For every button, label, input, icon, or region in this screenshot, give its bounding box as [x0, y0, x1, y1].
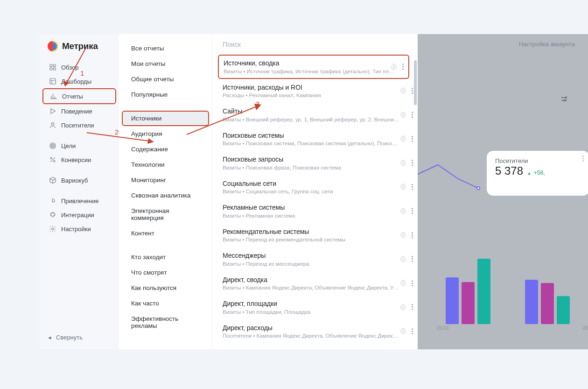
globe-icon[interactable] [399, 183, 407, 191]
dots-icon[interactable] [412, 208, 413, 214]
category-item[interactable]: Популярные [122, 87, 209, 102]
nav-acquisition[interactable]: Привлечение [42, 194, 116, 208]
nav-settings[interactable]: Настройки [42, 222, 116, 236]
collapse-label: Свернуть [56, 334, 83, 341]
dots-icon[interactable] [412, 112, 413, 118]
category-item[interactable]: Все отчеты [122, 41, 209, 56]
report-item[interactable]: Мессенджеры Визиты • Переход из мессендж… [212, 247, 418, 271]
globe-icon[interactable] [399, 231, 407, 239]
category-item[interactable]: Мониторинг [122, 172, 209, 188]
dots-icon[interactable] [412, 136, 413, 142]
nav-reports[interactable]: Отчеты [42, 88, 116, 104]
nav-label: Цели [61, 142, 76, 149]
svg-point-8 [51, 144, 55, 148]
globe-icon[interactable] [399, 327, 407, 335]
report-title: Сайты [223, 107, 400, 116]
category-item[interactable]: Общие отчеты [122, 71, 209, 87]
play-icon [49, 107, 56, 115]
globe-icon[interactable] [399, 159, 407, 167]
nav-visitors[interactable]: Посетители [42, 118, 116, 132]
category-item[interactable]: Электронная коммерция [122, 203, 209, 226]
report-title: Поисковые запросы [223, 156, 400, 164]
report-subtitle: Визиты • Поисковая система, Поисковая си… [223, 141, 400, 146]
category-item[interactable]: Аудитория [122, 126, 209, 141]
category-item[interactable]: Сквозная аналитика [122, 188, 209, 203]
report-item[interactable]: Социальные сети Визиты • Социальная сеть… [212, 175, 418, 199]
report-categories: Все отчетыМои отчетыОбщие отчетыПопулярн… [119, 34, 212, 349]
report-subtitle: Визиты • Переход из мессенджера [223, 261, 400, 267]
dots-icon[interactable] [412, 328, 413, 334]
category-item[interactable]: Как пользуются [122, 280, 209, 296]
category-item[interactable]: Как часто [122, 296, 209, 311]
svg-point-9 [52, 145, 53, 146]
category-item[interactable]: Контент [122, 226, 209, 241]
logo: Метрика [40, 34, 119, 60]
search-input[interactable]: Поиск [212, 34, 418, 55]
category-item[interactable]: Технологии [122, 157, 209, 172]
dots-icon[interactable] [412, 160, 413, 166]
globe-icon[interactable] [399, 135, 407, 142]
nav-label: Настройки [61, 226, 91, 233]
category-item[interactable]: Эффективность рекламы [122, 311, 209, 333]
report-title: Рекламные системы [223, 204, 400, 212]
report-item[interactable]: Поисковые системы Визиты • Поисковая сис… [212, 127, 418, 151]
globe-icon[interactable] [399, 87, 407, 94]
report-subtitle: Визиты • Рекламная система [223, 213, 400, 219]
cube-icon [49, 177, 56, 184]
dots-icon[interactable] [412, 280, 413, 286]
report-item[interactable]: Рекламные системы Визиты • Рекламная сис… [212, 199, 418, 223]
nav-integrations[interactable]: Интеграции [42, 208, 116, 222]
category-item[interactable]: Кто заходит [122, 249, 209, 265]
report-item[interactable]: Директ, сводка Визиты • Кампания Яндекс.… [212, 271, 418, 296]
nav-variocube[interactable]: Вариокуб [42, 173, 116, 187]
globe-icon[interactable] [399, 207, 407, 215]
category-item[interactable]: Содержание [122, 141, 209, 157]
svg-point-7 [50, 143, 56, 149]
category-item[interactable]: Что смотрят [122, 265, 209, 280]
nav-overview[interactable]: Обзор [42, 60, 116, 74]
globe-icon[interactable] [399, 111, 407, 119]
report-item[interactable]: Сайты Визиты • Внешний реферер, ур. 1, В… [212, 103, 418, 127]
sliders-icon[interactable] [559, 94, 569, 104]
account-settings-link[interactable]: Настройка аккаунта [519, 41, 575, 48]
line-chart [418, 160, 483, 193]
dots-icon[interactable] [412, 88, 413, 94]
nav-conversions[interactable]: Конверсии [42, 153, 116, 167]
report-subtitle: Визиты • Социальная сеть, Группа соц. се… [223, 189, 400, 194]
report-item[interactable]: Источники, расходы и ROI Расходы • Рекла… [212, 79, 418, 103]
stat-card-visitors[interactable]: Посетители 5 378 +58, [487, 151, 588, 196]
dots-icon[interactable] [412, 232, 413, 238]
dots-icon[interactable] [412, 256, 413, 262]
dots-icon[interactable] [582, 156, 584, 162]
report-item[interactable]: Поисковые запросы Визиты • Поисковая фра… [212, 151, 418, 175]
bar-chart [436, 254, 588, 324]
category-item[interactable]: Мои отчеты [122, 56, 209, 71]
nav-primary: Обзор Дашборды Отчеты Поведение Посетите… [40, 60, 119, 236]
dots-icon[interactable] [402, 64, 404, 70]
nav-behavior[interactable]: Поведение [42, 104, 116, 118]
nav-label: Отчеты [62, 93, 83, 100]
svg-rect-4 [53, 68, 56, 70]
report-title: Социальные сети [223, 180, 400, 188]
category-item[interactable]: Источники [122, 111, 209, 126]
globe-icon[interactable] [399, 304, 407, 311]
dots-icon[interactable] [412, 304, 413, 310]
globe-icon[interactable] [399, 279, 407, 287]
report-title: Директ, расходы [223, 324, 400, 332]
nav-dashboards[interactable]: Дашборды [42, 74, 116, 88]
svg-point-27 [477, 187, 480, 190]
svg-rect-28 [446, 277, 459, 324]
collapse-sidebar[interactable]: ◂ Свернуть [40, 325, 119, 349]
flame-icon [49, 197, 56, 205]
dots-icon[interactable] [412, 184, 413, 190]
report-item[interactable]: Источники, сводка Визиты • Источник траф… [218, 55, 409, 79]
report-subtitle: Визиты • Источник трафика, Источник траф… [224, 69, 396, 74]
report-subtitle: Визиты • Внешний реферер, ур. 1, Внешний… [223, 117, 400, 122]
globe-icon[interactable] [399, 255, 407, 263]
report-item[interactable]: Директ, площадки Визиты • Тип площадки, … [212, 295, 418, 319]
logo-text: Метрика [62, 41, 98, 51]
report-item[interactable]: Рекомендательные системы Визиты • Перехо… [212, 223, 418, 248]
globe-icon[interactable] [390, 63, 398, 71]
nav-goals[interactable]: Цели [42, 139, 116, 153]
report-item[interactable]: Директ, расходы Посетители • Кампания Ян… [212, 319, 418, 344]
